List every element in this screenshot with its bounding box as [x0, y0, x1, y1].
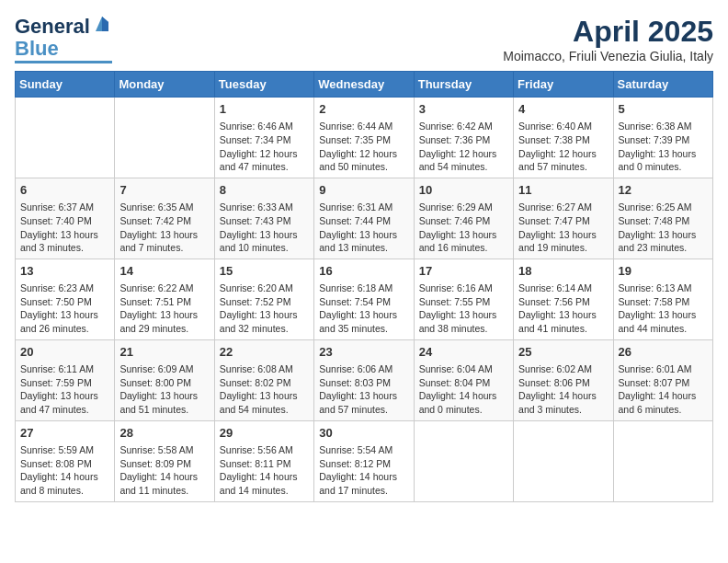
day-number: 14: [119, 263, 209, 280]
location-subtitle: Moimacco, Friuli Venezia Giulia, Italy: [503, 49, 713, 63]
calendar-week-row: 27Sunrise: 5:59 AM Sunset: 8:08 PM Dayli…: [16, 420, 713, 501]
page-header: General Blue April 2025 Moimacco, Friuli…: [15, 15, 713, 63]
svg-marker-1: [102, 17, 108, 31]
day-number: 16: [319, 263, 408, 280]
day-info: Sunrise: 6:25 AM Sunset: 7:48 PM Dayligh…: [619, 201, 708, 255]
day-info: Sunrise: 6:20 AM Sunset: 7:52 PM Dayligh…: [220, 282, 309, 336]
calendar-cell: 20Sunrise: 6:11 AM Sunset: 7:59 PM Dayli…: [16, 339, 115, 420]
calendar-cell: [613, 420, 712, 501]
day-info: Sunrise: 6:44 AM Sunset: 7:35 PM Dayligh…: [319, 120, 408, 174]
calendar-cell: 11Sunrise: 6:27 AM Sunset: 7:47 PM Dayli…: [514, 178, 613, 259]
calendar-cell: 19Sunrise: 6:13 AM Sunset: 7:58 PM Dayli…: [613, 259, 712, 339]
calendar-cell: 17Sunrise: 6:16 AM Sunset: 7:55 PM Dayli…: [414, 259, 513, 339]
calendar-cell: 9Sunrise: 6:31 AM Sunset: 7:44 PM Daylig…: [314, 178, 414, 259]
day-number: 15: [220, 263, 309, 280]
day-info: Sunrise: 6:29 AM Sunset: 7:46 PM Dayligh…: [419, 201, 508, 255]
day-info: Sunrise: 6:18 AM Sunset: 7:54 PM Dayligh…: [319, 282, 408, 336]
day-info: Sunrise: 6:33 AM Sunset: 7:43 PM Dayligh…: [220, 201, 309, 255]
calendar-cell: 30Sunrise: 5:54 AM Sunset: 8:12 PM Dayli…: [314, 420, 414, 501]
calendar-cell: 8Sunrise: 6:33 AM Sunset: 7:43 PM Daylig…: [214, 178, 313, 259]
day-number: 7: [119, 182, 209, 199]
day-info: Sunrise: 6:16 AM Sunset: 7:55 PM Dayligh…: [419, 282, 508, 336]
column-header-monday: Monday: [115, 72, 214, 98]
calendar-cell: 6Sunrise: 6:37 AM Sunset: 7:40 PM Daylig…: [16, 178, 115, 259]
logo: General Blue: [15, 15, 112, 63]
calendar-cell: 26Sunrise: 6:01 AM Sunset: 8:07 PM Dayli…: [613, 339, 712, 420]
calendar-cell: 28Sunrise: 5:58 AM Sunset: 8:09 PM Dayli…: [115, 420, 214, 501]
day-info: Sunrise: 5:54 AM Sunset: 8:12 PM Dayligh…: [319, 443, 408, 498]
day-info: Sunrise: 6:11 AM Sunset: 7:59 PM Dayligh…: [20, 362, 109, 417]
logo-underline: [15, 61, 112, 63]
calendar-cell: [16, 98, 115, 178]
calendar-cell: 18Sunrise: 6:14 AM Sunset: 7:56 PM Dayli…: [514, 259, 613, 339]
day-info: Sunrise: 6:22 AM Sunset: 7:51 PM Dayligh…: [119, 282, 209, 336]
day-info: Sunrise: 6:31 AM Sunset: 7:44 PM Dayligh…: [319, 201, 408, 255]
day-number: 21: [119, 344, 209, 361]
day-number: 1: [220, 101, 309, 118]
title-block: April 2025 Moimacco, Friuli Venezia Giul…: [503, 15, 713, 63]
calendar-cell: 22Sunrise: 6:08 AM Sunset: 8:02 PM Dayli…: [214, 339, 313, 420]
calendar-cell: 23Sunrise: 6:06 AM Sunset: 8:03 PM Dayli…: [314, 339, 414, 420]
calendar-cell: 27Sunrise: 5:59 AM Sunset: 8:08 PM Dayli…: [16, 420, 115, 501]
calendar-week-row: 20Sunrise: 6:11 AM Sunset: 7:59 PM Dayli…: [16, 339, 713, 420]
calendar-header-row: SundayMondayTuesdayWednesdayThursdayFrid…: [16, 72, 713, 98]
day-number: 12: [619, 182, 708, 199]
day-number: 23: [319, 344, 408, 361]
day-number: 29: [220, 425, 309, 442]
day-number: 5: [619, 101, 708, 118]
day-number: 2: [319, 101, 408, 118]
day-number: 6: [20, 182, 109, 199]
calendar-cell: 14Sunrise: 6:22 AM Sunset: 7:51 PM Dayli…: [115, 259, 214, 339]
calendar-cell: 1Sunrise: 6:46 AM Sunset: 7:34 PM Daylig…: [214, 98, 313, 178]
day-number: 13: [20, 263, 109, 280]
calendar-cell: 21Sunrise: 6:09 AM Sunset: 8:00 PM Dayli…: [115, 339, 214, 420]
calendar-week-row: 1Sunrise: 6:46 AM Sunset: 7:34 PM Daylig…: [16, 98, 713, 178]
logo-icon: [92, 15, 112, 35]
calendar-cell: [115, 98, 214, 178]
day-info: Sunrise: 6:42 AM Sunset: 7:36 PM Dayligh…: [419, 120, 508, 174]
month-title: April 2025: [503, 15, 713, 49]
day-number: 19: [619, 263, 708, 280]
day-info: Sunrise: 6:13 AM Sunset: 7:58 PM Dayligh…: [619, 282, 708, 336]
day-info: Sunrise: 6:37 AM Sunset: 7:40 PM Dayligh…: [20, 201, 109, 255]
calendar-cell: 25Sunrise: 6:02 AM Sunset: 8:06 PM Dayli…: [514, 339, 613, 420]
column-header-tuesday: Tuesday: [214, 72, 313, 98]
day-number: 3: [419, 101, 508, 118]
column-header-sunday: Sunday: [16, 72, 115, 98]
day-number: 30: [319, 425, 408, 442]
day-number: 10: [419, 182, 508, 199]
day-info: Sunrise: 6:35 AM Sunset: 7:42 PM Dayligh…: [119, 201, 209, 255]
day-number: 4: [518, 101, 608, 118]
column-header-friday: Friday: [514, 72, 613, 98]
calendar-cell: [514, 420, 613, 501]
calendar-week-row: 13Sunrise: 6:23 AM Sunset: 7:50 PM Dayli…: [16, 259, 713, 339]
day-number: 25: [518, 344, 608, 361]
calendar-cell: 7Sunrise: 6:35 AM Sunset: 7:42 PM Daylig…: [115, 178, 214, 259]
column-header-wednesday: Wednesday: [314, 72, 414, 98]
day-number: 8: [220, 182, 309, 199]
calendar-cell: 3Sunrise: 6:42 AM Sunset: 7:36 PM Daylig…: [414, 98, 513, 178]
day-info: Sunrise: 6:14 AM Sunset: 7:56 PM Dayligh…: [518, 282, 608, 336]
day-info: Sunrise: 6:38 AM Sunset: 7:39 PM Dayligh…: [619, 120, 708, 174]
logo-text-blue: Blue: [15, 39, 59, 59]
day-number: 17: [419, 263, 508, 280]
calendar-week-row: 6Sunrise: 6:37 AM Sunset: 7:40 PM Daylig…: [16, 178, 713, 259]
calendar-cell: 16Sunrise: 6:18 AM Sunset: 7:54 PM Dayli…: [314, 259, 414, 339]
day-info: Sunrise: 5:56 AM Sunset: 8:11 PM Dayligh…: [220, 443, 309, 498]
day-info: Sunrise: 6:06 AM Sunset: 8:03 PM Dayligh…: [319, 362, 408, 417]
day-info: Sunrise: 6:01 AM Sunset: 8:07 PM Dayligh…: [619, 362, 708, 417]
calendar-cell: 24Sunrise: 6:04 AM Sunset: 8:04 PM Dayli…: [414, 339, 513, 420]
day-info: Sunrise: 6:08 AM Sunset: 8:02 PM Dayligh…: [220, 362, 309, 417]
day-info: Sunrise: 6:04 AM Sunset: 8:04 PM Dayligh…: [419, 362, 508, 417]
day-info: Sunrise: 6:23 AM Sunset: 7:50 PM Dayligh…: [20, 282, 109, 336]
day-info: Sunrise: 6:27 AM Sunset: 7:47 PM Dayligh…: [518, 201, 608, 255]
day-info: Sunrise: 6:46 AM Sunset: 7:34 PM Dayligh…: [220, 120, 309, 174]
calendar-cell: 12Sunrise: 6:25 AM Sunset: 7:48 PM Dayli…: [613, 178, 712, 259]
calendar-cell: 5Sunrise: 6:38 AM Sunset: 7:39 PM Daylig…: [613, 98, 712, 178]
day-number: 18: [518, 263, 608, 280]
column-header-thursday: Thursday: [414, 72, 513, 98]
calendar-cell: 13Sunrise: 6:23 AM Sunset: 7:50 PM Dayli…: [16, 259, 115, 339]
calendar-cell: 10Sunrise: 6:29 AM Sunset: 7:46 PM Dayli…: [414, 178, 513, 259]
day-number: 24: [419, 344, 508, 361]
day-info: Sunrise: 5:59 AM Sunset: 8:08 PM Dayligh…: [20, 443, 109, 498]
